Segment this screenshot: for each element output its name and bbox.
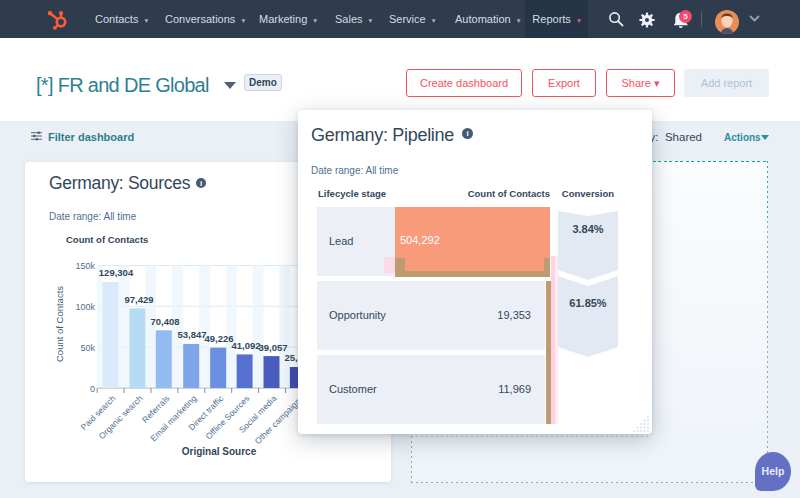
svg-text:i: i [200,179,202,188]
svg-text:50k: 50k [80,343,95,353]
svg-text:39,057: 39,057 [258,342,287,353]
svg-text:53,847: 53,847 [177,329,206,340]
svg-text:100k: 100k [75,302,95,312]
svg-text:Count of Contacts: Count of Contacts [66,234,148,245]
svg-text:49,226: 49,226 [204,333,233,344]
svg-text:0: 0 [90,384,95,394]
svg-text:Germany: Sources: Germany: Sources [49,173,191,193]
svg-text:97,429: 97,429 [124,294,153,305]
svg-text:70,408: 70,408 [150,316,179,327]
svg-text:150k: 150k [75,261,95,271]
svg-text:Count of Contacts: Count of Contacts [54,286,65,362]
svg-text:41,092: 41,092 [231,340,260,351]
svg-text:Date range: All time: Date range: All time [49,211,137,222]
svg-text:129,304: 129,304 [99,267,134,278]
svg-text:Original Source: Original Source [182,446,257,457]
